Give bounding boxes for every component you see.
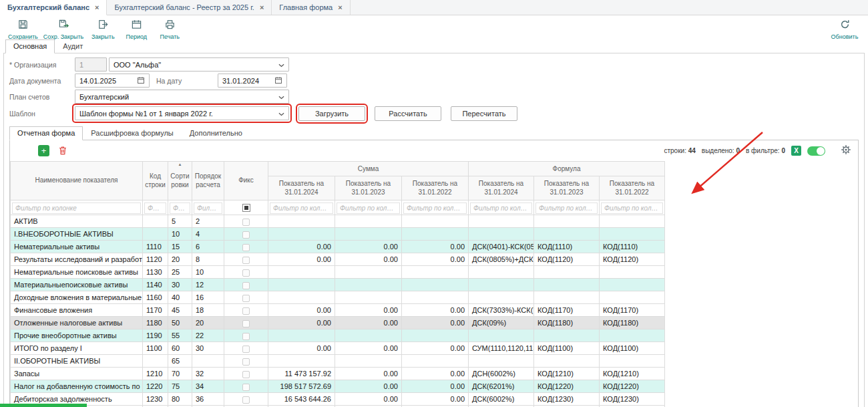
table-row[interactable]: Нематериальные поисковые активы11302510 (11, 266, 665, 279)
cell-formula-2024[interactable]: ДСК(0805%)+ДСК(08... (469, 253, 534, 266)
cell-formula-2023[interactable] (534, 291, 600, 304)
cell-fix[interactable] (224, 241, 268, 253)
cell-formula-2023[interactable] (534, 228, 600, 241)
cell-name[interactable]: Прочие внеоборотные активы (11, 329, 143, 342)
cell-code[interactable]: 1160 (143, 291, 168, 304)
cell-sum-2023[interactable]: 0.00 (335, 241, 402, 253)
cell-formula-2024[interactable]: ДСК(09%) (469, 317, 534, 329)
period-button[interactable]: Период (120, 18, 153, 41)
cell-sort[interactable]: 40 (168, 291, 192, 304)
cell-formula-2023[interactable]: КОД(1180) (534, 317, 600, 329)
cell-name[interactable]: Финансовые вложения (11, 304, 143, 317)
chevron-down-icon[interactable] (278, 61, 284, 69)
table-row[interactable]: Запасы1210703211 473 157.920.000.00ДСН(6… (11, 368, 665, 380)
calendar-icon[interactable] (274, 76, 282, 86)
cell-fix[interactable] (224, 266, 268, 279)
cell-formula-2023[interactable]: КОД(1100) (534, 342, 600, 355)
excel-export-icon[interactable]: X (791, 146, 801, 156)
fix-filter-checkbox[interactable] (242, 204, 250, 212)
cell-sum-2024[interactable] (268, 355, 335, 368)
chart-select[interactable]: Бухгалтерский (75, 90, 289, 104)
cell-sort[interactable]: 25 (168, 266, 192, 279)
cell-formula-2024[interactable] (469, 355, 534, 368)
cell-code[interactable]: 1170 (143, 304, 168, 317)
cell-code[interactable]: 1140 (143, 279, 168, 291)
cell-name[interactable]: АКТИВ (11, 215, 143, 228)
filter-input-code[interactable] (144, 202, 166, 214)
cell-sum-2023[interactable] (335, 228, 402, 241)
cell-sum-2023[interactable] (335, 266, 402, 279)
cell-fix[interactable] (224, 228, 268, 241)
fix-checkbox[interactable] (242, 384, 250, 391)
close-icon[interactable]: × (260, 3, 264, 11)
cell-order[interactable]: 16 (192, 291, 224, 304)
cell-fix[interactable] (224, 368, 268, 380)
table-row[interactable]: Финансовые вложения117045180.000.000.00Д… (11, 304, 665, 317)
load-button[interactable]: Загрузить (298, 106, 365, 121)
filter-input-formula-2023[interactable] (535, 202, 598, 214)
fix-checkbox[interactable] (242, 333, 250, 340)
cell-name[interactable]: Нематериальные активы (11, 241, 143, 253)
table-row[interactable]: Отложенные налоговые активы118050200.000… (11, 317, 665, 329)
window-tab-balance[interactable]: Бухгалтерский баланс × (0, 0, 107, 15)
table-row[interactable]: АКТИВ52 (11, 215, 665, 228)
fix-checkbox[interactable] (242, 269, 250, 277)
cell-formula-2022[interactable] (600, 329, 665, 342)
fix-checkbox[interactable] (242, 396, 250, 404)
cell-sort[interactable]: 15 (168, 241, 192, 253)
cell-order[interactable]: 30 (192, 342, 224, 355)
filter-input-sum-2023[interactable] (337, 202, 400, 214)
column-header-sum-2022[interactable]: Показатель на 31.01.2022 (402, 176, 469, 200)
filter-input-formula-2024[interactable] (470, 202, 532, 214)
save-close-button[interactable]: Сохр. Закрыть (41, 18, 87, 41)
cell-formula-2022[interactable]: КОД(1230) (600, 393, 665, 406)
on-date-field[interactable]: 31.01.2024 (218, 74, 287, 88)
cell-sum-2022[interactable]: 0.00 (402, 304, 469, 317)
cell-sum-2022[interactable]: 0.00 (402, 380, 469, 393)
delete-row-button[interactable] (57, 145, 69, 157)
cell-formula-2023[interactable]: КОД(1120) (534, 253, 600, 266)
table-row[interactable]: Дебиторская задолженность1230803616 543 … (11, 393, 665, 406)
cell-formula-2022[interactable]: КОД(1220) (600, 380, 665, 393)
cell-order[interactable]: 6 (192, 241, 224, 253)
cell-formula-2023[interactable] (534, 266, 600, 279)
cell-sum-2023[interactable]: 0.00 (335, 304, 402, 317)
template-select[interactable]: Шаблон формы №1 от 1 января 2022 г. (75, 106, 289, 120)
cell-order[interactable]: 36 (192, 393, 224, 406)
cell-sum-2022[interactable]: 0.00 (402, 241, 469, 253)
cell-formula-2022[interactable] (600, 228, 665, 241)
cell-code[interactable]: 1100 (143, 342, 168, 355)
cell-formula-2024[interactable]: ДСК(6002%) (469, 393, 534, 406)
fix-checkbox[interactable] (242, 231, 250, 239)
settings-button[interactable] (841, 144, 851, 157)
cell-order[interactable]: 12 (192, 279, 224, 291)
cell-fix[interactable] (224, 304, 268, 317)
cell-fix[interactable] (224, 329, 268, 342)
cell-sum-2022[interactable] (402, 215, 469, 228)
cell-sum-2022[interactable] (402, 266, 469, 279)
cell-formula-2023[interactable]: КОД(1220) (534, 380, 600, 393)
cell-formula-2022[interactable] (600, 279, 665, 291)
cell-sum-2024[interactable]: 198 517 572.69 (268, 380, 335, 393)
table-row[interactable]: Материальныепоисковые активы11403012 (11, 279, 665, 291)
table-row[interactable]: Прочие внеоборотные активы11905522 (11, 329, 665, 342)
cell-fix[interactable] (224, 279, 268, 291)
cell-name[interactable]: Материальныепоисковые активы (11, 279, 143, 291)
window-tab-registry[interactable]: Бухгалтерский баланс - Реестр за 2025 г.… (107, 0, 272, 15)
cell-order[interactable]: 10 (192, 266, 224, 279)
cell-sum-2023[interactable]: 0.00 (335, 253, 402, 266)
save-button[interactable]: Сохранить (5, 18, 41, 41)
cell-name[interactable]: Запасы (11, 368, 143, 380)
cell-sum-2023[interactable]: 0.00 (335, 393, 402, 406)
window-tab-main-form[interactable]: Главная форма × (272, 0, 350, 15)
column-header-name[interactable]: Наименование показателя (11, 162, 143, 200)
cell-formula-2024[interactable] (469, 291, 534, 304)
cell-formula-2023[interactable] (534, 279, 600, 291)
cell-fix[interactable] (224, 215, 268, 228)
org-select[interactable]: ООО "Альфа" (109, 57, 289, 72)
cell-sum-2022[interactable]: 0.00 (402, 342, 469, 355)
fix-checkbox[interactable] (242, 295, 250, 302)
fix-checkbox[interactable] (242, 257, 250, 264)
cell-order[interactable]: 22 (192, 329, 224, 342)
cell-name[interactable]: I.ВНЕОБОРОТНЫЕ АКТИВЫ (11, 228, 143, 241)
